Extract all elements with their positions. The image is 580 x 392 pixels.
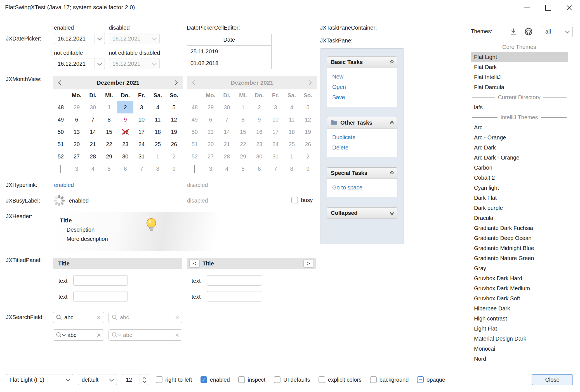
checkbox-box[interactable]: [274, 376, 280, 383]
chevron-down-icon[interactable]: [94, 33, 105, 44]
day-cell[interactable]: 24: [133, 138, 150, 150]
day-cell[interactable]: 3: [133, 101, 150, 113]
checkbox-ui-defaults[interactable]: UI defaults: [274, 376, 310, 383]
next-button[interactable]: >: [303, 260, 314, 268]
spinner-down-icon[interactable]: [143, 379, 146, 383]
next-month-button[interactable]: [170, 77, 181, 88]
checkbox-box[interactable]: ✓: [201, 376, 207, 383]
day-cell[interactable]: 3: [69, 163, 85, 175]
datepicker-enabled[interactable]: 16.12.2021: [54, 33, 105, 44]
theme-list-item[interactable]: Carbon: [471, 163, 568, 173]
checkbox-box[interactable]: [156, 376, 162, 383]
day-cell[interactable]: 9: [166, 163, 182, 175]
busy-checkbox[interactable]: busy: [291, 197, 313, 203]
celleditor-table[interactable]: Date 25.11.201901.02.2018: [187, 34, 272, 69]
monthview-enabled[interactable]: Dezember 2021Mo.Di.Mi.Do.Fr.Sa.So.482930…: [53, 76, 183, 175]
day-cell[interactable]: 9: [117, 113, 133, 126]
day-cell[interactable]: 20: [69, 138, 85, 150]
hyperlink-enabled[interactable]: enabled: [54, 182, 74, 188]
day-cell[interactable]: 7: [85, 113, 101, 126]
theme-list-item[interactable]: Gradianto Deep Ocean: [471, 233, 568, 243]
theme-list-item[interactable]: Monocai: [471, 344, 568, 354]
theme-list-item[interactable]: Arc Dark: [471, 142, 568, 153]
day-cell[interactable]: 6: [117, 163, 133, 175]
checkbox-inspect[interactable]: inspect: [238, 376, 265, 383]
day-cell[interactable]: 4: [150, 101, 166, 113]
taskpane-header[interactable]: Special Tasks: [327, 167, 397, 179]
table-row[interactable]: 01.02.2018: [187, 57, 271, 69]
search-value[interactable]: abc: [64, 314, 95, 321]
combo-value[interactable]: all: [542, 28, 562, 35]
day-cell[interactable]: 29: [69, 101, 85, 113]
prev-month-button[interactable]: [55, 77, 66, 88]
theme-list-item[interactable]: Gruvbox Dark Soft: [471, 293, 568, 303]
spinner-value[interactable]: 12: [122, 377, 140, 383]
theme-list-item[interactable]: Flat Dark: [471, 62, 568, 72]
text-input-1[interactable]: [207, 275, 262, 286]
search-field-with-menu-enabled[interactable]: abc ×: [53, 329, 104, 341]
taskpane-header[interactable]: Collapsed: [327, 207, 397, 219]
taskpane-link[interactable]: Save: [332, 92, 392, 103]
day-cell[interactable]: 13: [69, 126, 85, 138]
theme-list-item[interactable]: Nord: [471, 354, 568, 361]
checkbox-enabled[interactable]: ✓enabled: [201, 376, 230, 383]
day-cell[interactable]: 12: [166, 113, 182, 126]
text-input-1[interactable]: [73, 275, 128, 286]
maximize-button[interactable]: [537, 0, 559, 15]
day-cell[interactable]: 26: [166, 138, 182, 150]
theme-list-item[interactable]: Dracula: [471, 213, 568, 223]
search-value[interactable]: abc: [67, 332, 95, 338]
day-cell[interactable]: 28: [85, 150, 101, 163]
minimize-button[interactable]: [516, 0, 537, 15]
day-cell[interactable]: 29: [101, 150, 117, 163]
checkbox-explicit-colors[interactable]: explicit colors: [319, 376, 362, 383]
day-cell[interactable]: 30: [85, 101, 101, 113]
search-field-enabled[interactable]: abc ×: [53, 312, 104, 323]
theme-list-item[interactable]: Material Design Dark: [471, 334, 568, 344]
checkbox-opaque[interactable]: opaque: [417, 376, 445, 383]
theme-list-item[interactable]: Dark Flat: [471, 193, 568, 203]
day-cell[interactable]: 10: [133, 113, 150, 126]
day-cell[interactable]: 4: [85, 163, 101, 175]
theme-list-item[interactable]: Flat Light: [471, 52, 568, 62]
day-cell[interactable]: 5: [166, 101, 182, 113]
theme-list-item[interactable]: Arc - Orange: [471, 132, 568, 142]
checkbox-box[interactable]: [238, 376, 245, 383]
table-row[interactable]: 25.11.2019: [187, 46, 271, 57]
day-cell[interactable]: 7: [133, 163, 150, 175]
expand-icon[interactable]: [391, 212, 393, 215]
taskpane-header[interactable]: Other Tasks: [327, 117, 397, 129]
day-cell[interactable]: 31: [133, 150, 150, 163]
theme-list-item[interactable]: Gruvbox Dark Medium: [471, 283, 568, 293]
day-cell[interactable]: 17: [133, 126, 150, 138]
taskpane-link[interactable]: Open: [332, 82, 392, 92]
theme-list-item[interactable]: Flat IntelliJ: [471, 72, 568, 82]
font-size-spinner[interactable]: 12: [122, 374, 149, 385]
checkbox-right-to-left[interactable]: right-to-left: [156, 376, 192, 383]
theme-list-item[interactable]: Light Flat: [471, 324, 568, 334]
collapse-icon[interactable]: [391, 61, 393, 64]
clear-icon[interactable]: ×: [97, 314, 101, 321]
collapse-icon[interactable]: [391, 172, 393, 175]
day-cell[interactable]: 1: [150, 150, 166, 163]
day-cell[interactable]: 22: [101, 138, 117, 150]
style-combobox[interactable]: default: [78, 374, 117, 385]
theme-list-item[interactable]: Gradianto Dark Fuchsia: [471, 223, 568, 233]
theme-list-item[interactable]: Gradianto Midnight Blue: [471, 243, 568, 253]
theme-list-item[interactable]: Flat Darcula: [471, 82, 568, 92]
day-cell[interactable]: 16: [117, 126, 133, 138]
theme-list-item[interactable]: lafs: [471, 102, 568, 112]
theme-list-item[interactable]: Gray: [471, 263, 568, 273]
taskpane-link[interactable]: Duplicate: [332, 132, 392, 142]
day-cell[interactable]: 23: [117, 138, 133, 150]
day-cell[interactable]: 8: [101, 113, 117, 126]
theme-filter-combobox[interactable]: all: [542, 26, 573, 37]
day-cell[interactable]: 2: [117, 101, 133, 113]
text-input-2[interactable]: [207, 291, 262, 301]
chevron-down-icon[interactable]: [107, 374, 117, 385]
day-cell[interactable]: 18: [150, 126, 166, 138]
day-cell[interactable]: 19: [166, 126, 182, 138]
day-cell[interactable]: 6: [69, 113, 85, 126]
prev-button[interactable]: <: [189, 260, 200, 268]
taskpane-link[interactable]: Delete: [332, 142, 392, 153]
